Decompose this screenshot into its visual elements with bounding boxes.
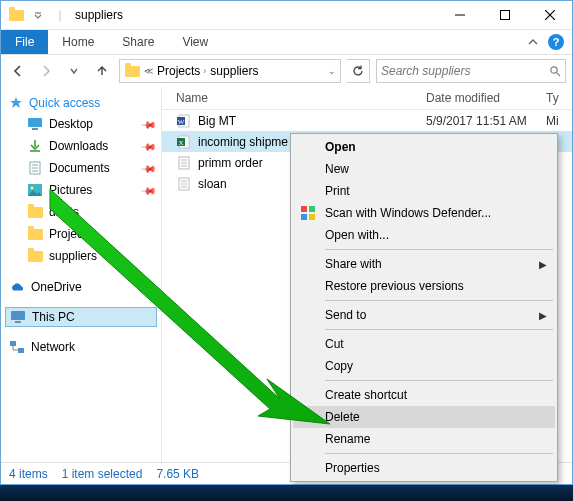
menu-label: Cut bbox=[325, 337, 344, 351]
svg-rect-36 bbox=[301, 214, 307, 220]
text-file-icon bbox=[176, 155, 192, 171]
nav-pane: Quick access Desktop 📌 Downloads 📌 Docum… bbox=[1, 87, 162, 464]
pin-icon: 📌 bbox=[141, 182, 157, 198]
minimize-button[interactable] bbox=[437, 1, 482, 29]
sidebar-item-label: suppliers bbox=[49, 249, 97, 263]
star-icon bbox=[9, 96, 23, 110]
menu-properties[interactable]: Properties bbox=[293, 457, 555, 479]
menu-new[interactable]: New bbox=[293, 158, 555, 180]
menu-label: Rename bbox=[325, 432, 370, 446]
menu-label: Print bbox=[325, 184, 350, 198]
qat-dropdown-icon[interactable] bbox=[29, 6, 47, 24]
sidebar-item-label: drafts bbox=[49, 205, 79, 219]
address-bar[interactable]: ≪ Projects› suppliers ⌄ bbox=[119, 59, 341, 83]
sep-icon: | bbox=[51, 6, 69, 24]
sidebar-item-drafts[interactable]: drafts bbox=[1, 201, 161, 223]
pin-icon: 📌 bbox=[141, 138, 157, 154]
forward-button[interactable] bbox=[35, 60, 57, 82]
menu-label: Copy bbox=[325, 359, 353, 373]
menu-create-shortcut[interactable]: Create shortcut bbox=[293, 384, 555, 406]
sidebar-item-pictures[interactable]: Pictures 📌 bbox=[1, 179, 161, 201]
refresh-button[interactable] bbox=[347, 59, 370, 83]
address-dropdown-icon[interactable]: ⌄ bbox=[328, 66, 336, 76]
up-button[interactable] bbox=[91, 60, 113, 82]
menu-scan-defender[interactable]: Scan with Windows Defender... bbox=[293, 202, 555, 224]
window-title: suppliers bbox=[75, 8, 123, 22]
sidebar-item-desktop[interactable]: Desktop 📌 bbox=[1, 113, 161, 135]
file-type: Mi bbox=[546, 114, 572, 128]
tab-home[interactable]: Home bbox=[48, 30, 108, 54]
menu-copy[interactable]: Copy bbox=[293, 355, 555, 377]
menu-send-to[interactable]: Send to▶ bbox=[293, 304, 555, 326]
svg-rect-37 bbox=[309, 214, 315, 220]
pin-icon: 📌 bbox=[141, 160, 157, 176]
context-menu: Open New Print Scan with Windows Defende… bbox=[290, 133, 558, 482]
file-name: primm order bbox=[198, 156, 263, 170]
crumb-suppliers[interactable]: suppliers bbox=[210, 64, 258, 78]
tab-share[interactable]: Share bbox=[108, 30, 168, 54]
menu-label: Delete bbox=[325, 410, 360, 424]
folder-icon bbox=[27, 204, 43, 220]
status-selection: 1 item selected bbox=[62, 467, 143, 481]
menu-cut[interactable]: Cut bbox=[293, 333, 555, 355]
menu-delete[interactable]: Delete bbox=[293, 406, 555, 428]
menu-print[interactable]: Print bbox=[293, 180, 555, 202]
sidebar-item-downloads[interactable]: Downloads 📌 bbox=[1, 135, 161, 157]
search-icon bbox=[549, 65, 561, 77]
menu-label: Scan with Windows Defender... bbox=[325, 206, 491, 220]
menu-separator bbox=[325, 300, 553, 301]
sidebar-item-label: Documents bbox=[49, 161, 110, 175]
menu-rename[interactable]: Rename bbox=[293, 428, 555, 450]
file-row[interactable]: W Big MT 5/9/2017 11:51 AM Mi bbox=[162, 110, 572, 131]
text-file-icon bbox=[176, 176, 192, 192]
sidebar-thispc[interactable]: This PC bbox=[5, 307, 157, 327]
quick-access-heading[interactable]: Quick access bbox=[1, 93, 161, 113]
svg-rect-2 bbox=[500, 11, 509, 20]
title-bar: | suppliers bbox=[1, 1, 572, 30]
menu-restore-versions[interactable]: Restore previous versions bbox=[293, 275, 555, 297]
menu-open-with[interactable]: Open with... bbox=[293, 224, 555, 246]
maximize-button[interactable] bbox=[482, 1, 527, 29]
submenu-arrow-icon: ▶ bbox=[539, 310, 547, 321]
menu-label: Send to bbox=[325, 308, 366, 322]
search-input[interactable]: Search suppliers bbox=[376, 59, 566, 83]
file-tab[interactable]: File bbox=[1, 30, 48, 54]
documents-icon bbox=[27, 160, 43, 176]
sidebar-network[interactable]: Network bbox=[1, 337, 161, 357]
sidebar-item-label: Projects bbox=[49, 227, 92, 241]
defender-icon bbox=[299, 204, 317, 222]
help-icon[interactable]: ? bbox=[548, 34, 564, 50]
chevron-left-icon[interactable]: ≪ bbox=[144, 66, 153, 76]
tab-view[interactable]: View bbox=[168, 30, 222, 54]
sidebar-item-suppliers[interactable]: suppliers bbox=[1, 245, 161, 267]
menu-open[interactable]: Open bbox=[293, 136, 555, 158]
crumb-projects[interactable]: Projects› bbox=[157, 64, 206, 78]
sidebar-item-projects[interactable]: Projects bbox=[1, 223, 161, 245]
network-label: Network bbox=[31, 340, 75, 354]
taskbar[interactable] bbox=[0, 485, 573, 501]
status-size: 7.65 KB bbox=[156, 467, 199, 481]
close-button[interactable] bbox=[527, 1, 572, 29]
svg-rect-19 bbox=[18, 348, 24, 353]
col-type-header[interactable]: Ty bbox=[546, 91, 572, 105]
back-button[interactable] bbox=[7, 60, 29, 82]
desktop-icon bbox=[27, 116, 43, 132]
menu-share-with[interactable]: Share with▶ bbox=[293, 253, 555, 275]
file-name: Big MT bbox=[198, 114, 236, 128]
sidebar-item-label: Pictures bbox=[49, 183, 92, 197]
chevron-right-icon: › bbox=[203, 66, 206, 76]
recent-dropdown-icon[interactable] bbox=[63, 60, 85, 82]
sidebar-onedrive[interactable]: OneDrive bbox=[1, 277, 161, 297]
column-headers[interactable]: Name Date modified Ty bbox=[162, 87, 572, 110]
menu-label: Create shortcut bbox=[325, 388, 407, 402]
crumb-label: Projects bbox=[157, 64, 200, 78]
nav-row: ≪ Projects› suppliers ⌄ Search suppliers bbox=[1, 55, 572, 87]
svg-rect-16 bbox=[11, 311, 25, 320]
ribbon-expand-icon[interactable] bbox=[528, 37, 538, 47]
file-name: sloan bbox=[198, 177, 227, 191]
col-date-header[interactable]: Date modified bbox=[426, 91, 546, 105]
folder-icon bbox=[27, 226, 43, 242]
col-name-header[interactable]: Name bbox=[162, 91, 426, 105]
sidebar-item-documents[interactable]: Documents 📌 bbox=[1, 157, 161, 179]
search-placeholder: Search suppliers bbox=[381, 64, 470, 78]
